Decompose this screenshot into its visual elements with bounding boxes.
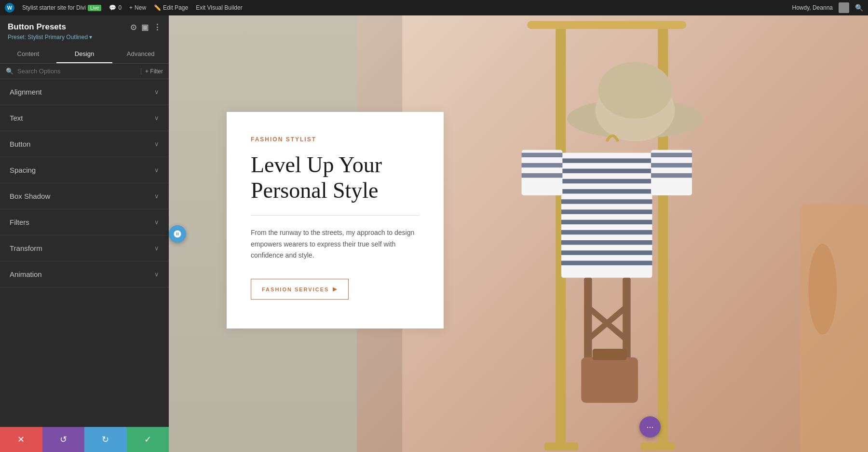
exit-builder-link[interactable]: Exit Visual Builder [196, 4, 243, 11]
bottom-toolbar: ✕ ↺ ↻ ✓ [0, 427, 169, 452]
accordion-label-boxshadow: Box Shadow [10, 192, 50, 200]
panel-title-text: Button Presets [8, 22, 66, 32]
svg-rect-4 [544, 442, 579, 450]
svg-rect-24 [522, 173, 563, 178]
chevron-down-icon-boxshadow: ∨ [154, 192, 159, 200]
layout-icon[interactable]: ▣ [141, 23, 149, 32]
comment-count-item[interactable]: 💬 0 [109, 4, 122, 11]
accordion-header-transform[interactable]: Transform ∨ [0, 235, 169, 261]
accordion-header-button[interactable]: Button ∨ [0, 131, 169, 157]
search-icon[interactable]: 🔍 [855, 4, 863, 12]
chevron-down-icon-text: ∨ [154, 114, 159, 122]
floating-action-button[interactable]: ··· [639, 416, 661, 438]
hero-divider [251, 215, 420, 216]
svg-rect-28 [651, 173, 692, 178]
accordion-header-boxshadow[interactable]: Box Shadow ∨ [0, 183, 169, 209]
svg-rect-26 [651, 153, 692, 157]
hero-body: From the runway to the streets, my appro… [251, 227, 420, 261]
accordion-label-button: Button [10, 140, 30, 148]
accordion-list: Alignment ∨ Text ∨ Button ∨ Spacing ∨ Bo [0, 79, 169, 427]
exit-builder-label: Exit Visual Builder [196, 4, 243, 11]
svg-point-34 [808, 244, 837, 334]
site-name-text: Stylist starter site for Divi [22, 4, 86, 11]
accordion-header-filters[interactable]: Filters ∨ [0, 209, 169, 235]
panel-title-icons: ⊙ ▣ ⋮ [130, 23, 161, 32]
svg-rect-14 [561, 199, 652, 204]
save-button[interactable]: ✓ [127, 427, 169, 452]
hero-eyebrow: FASHION STYLIST [251, 136, 420, 143]
search-input[interactable] [17, 68, 137, 75]
new-label: New [135, 4, 146, 11]
search-icon-panel: 🔍 [6, 68, 14, 75]
svg-rect-16 [561, 220, 652, 224]
svg-rect-12 [561, 179, 652, 183]
svg-rect-22 [522, 153, 563, 157]
accordion-header-spacing[interactable]: Spacing ∨ [0, 157, 169, 183]
filter-button[interactable]: + Filter [141, 68, 163, 75]
hero-cta-button[interactable]: FASHION SERVICES ▶ [251, 279, 349, 300]
site-name-link[interactable]: Stylist starter site for Divi Live [22, 4, 101, 11]
left-panel: Button Presets ⊙ ▣ ⋮ Preset: Stylist Pri… [0, 15, 169, 452]
chevron-down-icon-transform: ∨ [154, 245, 159, 252]
divi-logo-icon [173, 230, 182, 238]
avatar[interactable] [839, 2, 849, 13]
chevron-down-icon-animation: ∨ [154, 271, 159, 278]
hero-title: Level Up Your Personal Style [251, 152, 420, 204]
accordion-header-animation[interactable]: Animation ∨ [0, 261, 169, 287]
undo-icon: ↺ [60, 434, 67, 445]
main-content: FASHION STYLIST Level Up Your Personal S… [169, 15, 868, 452]
tab-content[interactable]: Content [0, 45, 56, 63]
panel-subtitle[interactable]: Preset: Stylist Primary Outlined ▾ [8, 34, 161, 41]
svg-rect-20 [561, 260, 652, 265]
accordion-item-transform: Transform ∨ [0, 235, 169, 261]
accordion-label-alignment: Alignment [10, 88, 42, 96]
edit-page-label: Edit Page [163, 4, 188, 11]
accordion-item-alignment: Alignment ∨ [0, 79, 169, 105]
svg-rect-10 [561, 158, 652, 163]
svg-rect-23 [522, 163, 563, 167]
accordion-label-text: Text [10, 114, 23, 122]
svg-rect-18 [561, 240, 652, 245]
chevron-down-icon-button: ∨ [154, 140, 159, 148]
settings-icon[interactable]: ⊙ [130, 23, 136, 32]
divi-floating-button [169, 225, 186, 243]
redo-icon: ↻ [102, 434, 109, 445]
plus-icon: + [129, 4, 133, 11]
svg-rect-27 [651, 163, 692, 167]
panel-title-row: Button Presets ⊙ ▣ ⋮ [8, 22, 161, 32]
ellipsis-icon: ··· [646, 422, 653, 432]
howdy-text: Howdy, Deanna [792, 4, 833, 11]
cancel-button[interactable]: ✕ [0, 427, 42, 452]
hero-cta-arrow: ▶ [333, 286, 338, 292]
save-icon: ✓ [144, 434, 151, 445]
cancel-icon: ✕ [17, 434, 25, 445]
redo-button[interactable]: ↻ [84, 427, 127, 452]
chevron-down-icon-alignment: ∨ [154, 88, 159, 96]
accordion-header-text[interactable]: Text ∨ [0, 105, 169, 131]
svg-rect-31 [581, 357, 638, 403]
accordion-item-boxshadow: Box Shadow ∨ [0, 183, 169, 209]
accordion-item-text: Text ∨ [0, 105, 169, 131]
divi-fab-btn[interactable] [169, 225, 186, 243]
undo-button[interactable]: ↺ [42, 427, 85, 452]
accordion-item-animation: Animation ∨ [0, 261, 169, 288]
svg-rect-15 [561, 209, 652, 214]
accordion-header-alignment[interactable]: Alignment ∨ [0, 79, 169, 105]
edit-page-link[interactable]: ✏️ Edit Page [154, 4, 188, 11]
comment-number: 0 [118, 4, 122, 11]
wordpress-icon[interactable]: W [5, 3, 14, 13]
comment-icon: 💬 [109, 4, 116, 11]
accordion-item-button: Button ∨ [0, 131, 169, 157]
admin-bar-right: Howdy, Deanna 🔍 [792, 2, 864, 13]
accordion-item-filters: Filters ∨ [0, 209, 169, 235]
live-badge: Live [88, 5, 101, 11]
admin-bar: W Stylist starter site for Divi Live 💬 0… [0, 0, 868, 15]
more-icon[interactable]: ⋮ [153, 23, 161, 32]
svg-rect-13 [561, 189, 652, 193]
tab-advanced[interactable]: Advanced [112, 45, 169, 63]
new-button[interactable]: + New [129, 4, 146, 11]
filter-label: + Filter [145, 68, 163, 75]
hero-section: FASHION STYLIST Level Up Your Personal S… [169, 15, 868, 452]
svg-rect-19 [561, 250, 652, 255]
tab-design[interactable]: Design [56, 45, 113, 63]
